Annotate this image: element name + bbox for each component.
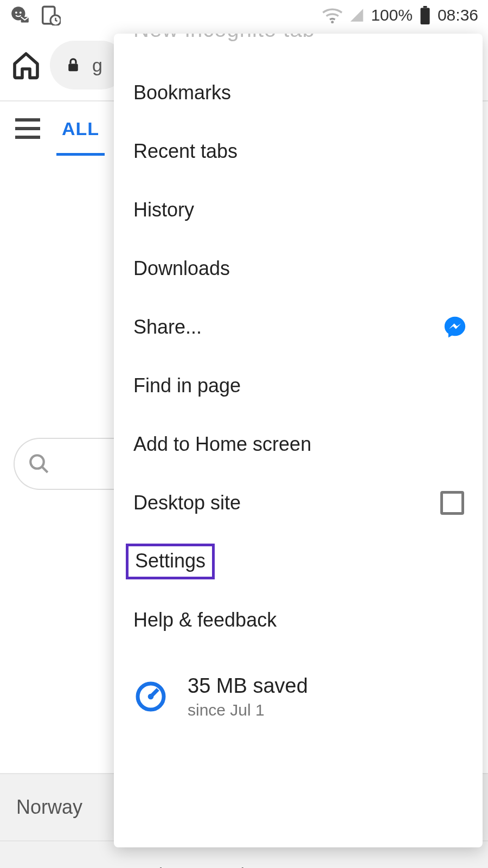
menu-item-recent-tabs[interactable]: Recent tabs — [114, 122, 483, 181]
url-fragment: g — [92, 55, 102, 76]
menu-item-history[interactable]: History — [114, 181, 483, 239]
menu-item-downloads[interactable]: Downloads — [114, 239, 483, 298]
notification-chat-icon — [10, 5, 30, 25]
svg-point-2 — [20, 11, 22, 14]
status-right: 100% 08:36 — [322, 6, 478, 24]
home-icon[interactable] — [11, 50, 41, 80]
data-saved-since: since Jul 1 — [188, 701, 308, 719]
hamburger-icon[interactable] — [15, 118, 40, 139]
desktop-site-checkbox[interactable] — [440, 491, 464, 515]
data-saver-icon — [133, 679, 168, 714]
tab-underline — [56, 153, 105, 156]
status-bar: 100% 08:36 — [0, 0, 488, 30]
battery-icon — [419, 6, 431, 24]
wifi-icon — [322, 7, 343, 23]
svg-point-10 — [30, 455, 44, 469]
menu-item-data-saved[interactable]: 35 MB saved since Jul 1 — [114, 649, 483, 731]
menu-item-new-incognito-tab[interactable]: New incognito tab — [114, 34, 483, 63]
data-saved-amount: 35 MB saved — [188, 674, 308, 698]
search-icon — [28, 452, 50, 475]
svg-point-6 — [331, 21, 334, 23]
svg-rect-7 — [423, 6, 427, 8]
svg-point-12 — [148, 694, 154, 700]
clock: 08:36 — [438, 6, 478, 24]
svg-point-1 — [15, 11, 17, 14]
battery-percent: 100% — [371, 6, 413, 24]
lock-icon — [65, 56, 81, 74]
chrome-overflow-menu: New incognito tab Bookmarks Recent tabs … — [114, 34, 483, 847]
menu-item-desktop-site[interactable]: Desktop site — [114, 474, 483, 532]
svg-rect-9 — [68, 64, 78, 72]
footer-link-settings[interactable]: Settings — [128, 864, 191, 869]
menu-item-help-feedback[interactable]: Help & feedback — [114, 591, 483, 649]
menu-item-bookmarks[interactable]: Bookmarks — [114, 63, 483, 122]
footer-link-privacy[interactable]: Privacy — [223, 864, 280, 869]
svg-rect-8 — [420, 8, 429, 24]
tab-all[interactable]: ALL — [56, 102, 105, 156]
messenger-icon — [442, 315, 467, 340]
signal-icon — [349, 8, 364, 23]
menu-item-add-to-home[interactable]: Add to Home screen — [114, 415, 483, 474]
menu-item-share[interactable]: Share... — [114, 298, 483, 356]
footer-link-terms[interactable]: Terms — [313, 864, 360, 869]
notification-clock-icon — [40, 5, 61, 25]
menu-item-find-in-page[interactable]: Find in page — [114, 356, 483, 415]
menu-item-settings[interactable]: Settings — [114, 532, 483, 591]
status-left — [10, 5, 61, 25]
search-input[interactable] — [14, 438, 122, 490]
